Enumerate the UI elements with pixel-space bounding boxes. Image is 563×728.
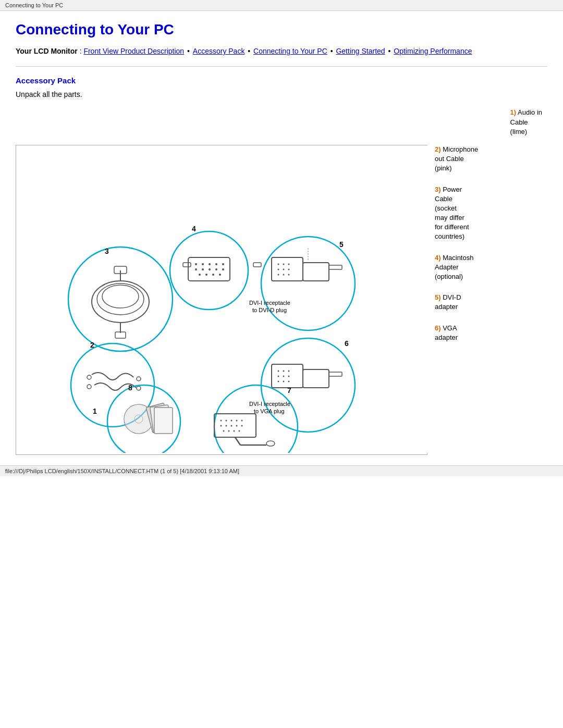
breadcrumb-link-accessory[interactable]: Accessory Pack bbox=[193, 47, 245, 55]
svg-point-66 bbox=[288, 380, 290, 382]
label-2-num: 2) bbox=[435, 145, 441, 153]
svg-point-42 bbox=[288, 274, 290, 275]
svg-point-27 bbox=[212, 274, 214, 276]
dot-2: • bbox=[248, 47, 252, 55]
svg-point-59 bbox=[283, 370, 285, 372]
breadcrumb-link-getting-started[interactable]: Getting Started bbox=[336, 47, 385, 55]
svg-point-19 bbox=[222, 263, 224, 265]
svg-point-38 bbox=[283, 268, 285, 270]
breadcrumb-label: Your LCD Monitor bbox=[16, 47, 78, 55]
svg-point-95 bbox=[234, 430, 235, 431]
dot-4: • bbox=[388, 47, 393, 55]
svg-point-34 bbox=[278, 263, 279, 265]
divider bbox=[16, 66, 547, 67]
label-4-text: MacintoshAdapter(optional) bbox=[435, 254, 473, 280]
label-5-num: 5) bbox=[435, 293, 441, 301]
label-4-num: 4) bbox=[435, 254, 441, 262]
svg-point-62 bbox=[283, 375, 285, 377]
page-title: Connecting to Your PC bbox=[16, 21, 547, 38]
svg-point-89 bbox=[226, 425, 227, 426]
svg-text:5: 5 bbox=[339, 240, 344, 249]
svg-point-21 bbox=[202, 268, 204, 270]
label-3-text: PowerCable(socketmay differfor different… bbox=[435, 186, 469, 241]
svg-point-58 bbox=[278, 370, 279, 372]
svg-text:to DVI-D plug: to DVI-D plug bbox=[252, 307, 287, 313]
svg-point-17 bbox=[209, 263, 211, 265]
svg-point-61 bbox=[278, 375, 279, 377]
svg-point-25 bbox=[199, 274, 201, 276]
svg-point-65 bbox=[283, 380, 285, 382]
label-item-4: 4) MacintoshAdapter(optional) bbox=[435, 253, 511, 282]
label-3-num: 3) bbox=[435, 186, 441, 193]
label-item-2: 2) Microphoneout Cable(pink) bbox=[435, 145, 511, 174]
svg-point-91 bbox=[236, 425, 238, 426]
svg-point-96 bbox=[239, 430, 240, 431]
label-item-6: 6) VGAadapter bbox=[435, 324, 511, 342]
svg-point-24 bbox=[222, 268, 224, 270]
svg-text:6: 6 bbox=[345, 339, 349, 348]
svg-rect-0 bbox=[16, 145, 428, 453]
labels-column: 2) Microphoneout Cable(pink) 3) PowerCab… bbox=[427, 145, 511, 354]
svg-text:7: 7 bbox=[287, 386, 291, 394]
svg-point-84 bbox=[226, 419, 227, 421]
dot-3: • bbox=[331, 47, 335, 55]
svg-point-92 bbox=[241, 425, 243, 426]
svg-rect-76 bbox=[154, 408, 173, 434]
svg-point-23 bbox=[215, 268, 217, 270]
breadcrumb-link-optimizing[interactable]: Optimizing Performance bbox=[394, 47, 472, 55]
svg-point-63 bbox=[288, 375, 290, 377]
svg-point-90 bbox=[231, 425, 232, 426]
browser-tab: Connecting to Your PC bbox=[0, 0, 563, 11]
label-item-3: 3) PowerCable(socketmay differfor differ… bbox=[435, 185, 511, 242]
svg-point-16 bbox=[202, 263, 204, 265]
svg-text:1: 1 bbox=[93, 407, 97, 415]
svg-text:to VGA plug: to VGA plug bbox=[254, 408, 285, 414]
svg-point-28 bbox=[219, 274, 221, 276]
svg-text:DVI-I receptacle: DVI-I receptacle bbox=[249, 300, 290, 306]
svg-point-93 bbox=[223, 430, 225, 431]
svg-point-87 bbox=[241, 419, 243, 421]
dot-1: • bbox=[187, 47, 192, 55]
svg-point-20 bbox=[195, 268, 197, 270]
svg-point-36 bbox=[288, 263, 290, 265]
unpack-text: Unpack all the parts. bbox=[16, 90, 547, 98]
svg-point-15 bbox=[195, 263, 197, 265]
section-title: Accessory Pack bbox=[16, 76, 547, 85]
status-bar: file:///D|/Philips LCD/english/150X/INST… bbox=[0, 465, 563, 476]
svg-point-35 bbox=[283, 263, 285, 265]
label-2-text: Microphoneout Cable(pink) bbox=[435, 145, 478, 172]
svg-point-22 bbox=[209, 268, 211, 270]
svg-point-60 bbox=[288, 370, 290, 372]
diagram-area: 3 4 bbox=[16, 145, 547, 455]
svg-point-37 bbox=[278, 268, 279, 270]
svg-point-41 bbox=[283, 274, 285, 275]
svg-point-26 bbox=[205, 274, 207, 276]
label-1-num: 1) bbox=[510, 108, 517, 116]
svg-point-18 bbox=[215, 263, 217, 265]
svg-text:2: 2 bbox=[90, 341, 94, 349]
breadcrumb-link-connecting[interactable]: Connecting to Your PC bbox=[253, 47, 327, 55]
label-item-5: 5) DVI-Dadapter bbox=[435, 293, 511, 312]
diagram-svg: 3 4 bbox=[16, 145, 428, 453]
diagram-box: 3 4 bbox=[16, 145, 427, 455]
svg-point-94 bbox=[228, 430, 230, 431]
svg-text:8: 8 bbox=[128, 384, 132, 392]
label-1: 1) Audio inCable(lime) bbox=[510, 108, 542, 137]
svg-point-88 bbox=[221, 425, 222, 426]
svg-point-64 bbox=[278, 380, 279, 382]
svg-text:4: 4 bbox=[192, 225, 196, 233]
breadcrumb: Your LCD Monitor : Front View Product De… bbox=[16, 45, 547, 57]
breadcrumb-link-front-view[interactable]: Front View Product Description bbox=[83, 47, 184, 55]
svg-point-85 bbox=[231, 419, 232, 421]
label-6-num: 6) bbox=[435, 324, 441, 332]
svg-text:DVI-I receptacle: DVI-I receptacle bbox=[249, 401, 290, 407]
svg-point-83 bbox=[221, 419, 222, 421]
svg-point-40 bbox=[278, 274, 279, 275]
svg-point-39 bbox=[288, 268, 290, 270]
svg-point-86 bbox=[236, 419, 238, 421]
svg-text:3: 3 bbox=[105, 247, 109, 255]
